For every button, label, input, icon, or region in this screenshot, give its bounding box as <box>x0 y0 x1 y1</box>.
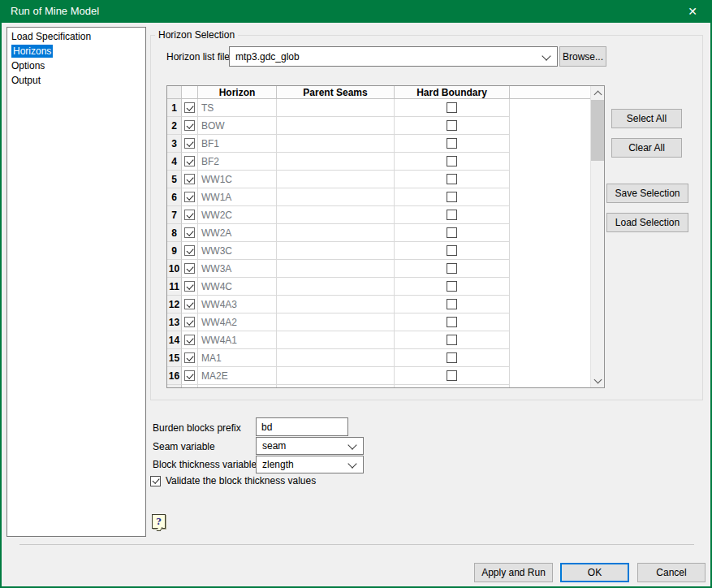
parent-seams-cell[interactable] <box>277 296 395 313</box>
sidebar-item-horizons[interactable]: Horizons <box>7 44 145 58</box>
hard-boundary-cell[interactable] <box>395 349 510 367</box>
row-select-checkbox[interactable] <box>184 245 195 256</box>
row-select-cell[interactable] <box>182 331 198 349</box>
hard-boundary-checkbox[interactable] <box>447 263 457 274</box>
hard-boundary-cell[interactable] <box>395 99 510 117</box>
parent-seams-cell[interactable] <box>277 349 395 367</box>
horizon-cell[interactable]: WW4A1 <box>198 331 277 349</box>
row-select-checkbox[interactable] <box>184 281 195 292</box>
hard-boundary-cell[interactable] <box>395 313 510 331</box>
row-select-cell[interactable] <box>182 367 198 385</box>
scrollbar-thumb[interactable] <box>591 100 604 161</box>
chevron-down-icon[interactable] <box>347 440 356 449</box>
horizon-cell[interactable]: BF2 <box>198 153 277 171</box>
row-select-cell[interactable] <box>182 224 198 242</box>
hard-boundary-checkbox[interactable] <box>447 352 457 363</box>
parent-seams-cell[interactable] <box>277 367 395 385</box>
horizon-cell[interactable]: BOW <box>198 117 277 135</box>
row-select-checkbox[interactable] <box>184 138 195 149</box>
row-select-checkbox[interactable] <box>184 210 195 220</box>
row-select-cell[interactable] <box>182 188 198 206</box>
parent-seams-cell[interactable] <box>277 153 395 171</box>
hard-boundary-cell[interactable] <box>395 117 510 135</box>
hard-boundary-checkbox[interactable] <box>447 299 457 309</box>
titlebar[interactable]: Run of Mine Model <box>0 0 712 23</box>
sidebar-item-load-specification[interactable]: Load Specification <box>7 29 145 44</box>
row-select-cell[interactable] <box>182 99 198 117</box>
hard-boundary-checkbox[interactable] <box>447 174 457 184</box>
row-select-checkbox[interactable] <box>184 227 195 238</box>
hard-boundary-checkbox[interactable] <box>447 156 457 166</box>
ok-button[interactable]: OK <box>560 563 629 582</box>
row-select-cell[interactable] <box>182 296 198 313</box>
hard-boundary-cell[interactable] <box>395 188 510 206</box>
row-select-checkbox[interactable] <box>184 120 195 131</box>
hard-boundary-checkbox[interactable] <box>447 120 457 131</box>
select-all-button[interactable]: Select All <box>611 109 682 128</box>
hard-boundary-checkbox[interactable] <box>447 281 457 292</box>
row-select-cell[interactable] <box>182 153 198 171</box>
horizon-cell[interactable]: BF1 <box>198 135 277 153</box>
row-select-cell[interactable] <box>182 278 198 296</box>
row-select-cell[interactable] <box>182 260 198 278</box>
row-select-checkbox[interactable] <box>184 192 195 202</box>
horizon-cell[interactable]: WW4A2 <box>198 313 277 331</box>
row-select-cell[interactable] <box>182 349 198 367</box>
row-select-checkbox[interactable] <box>184 174 195 184</box>
hard-boundary-cell[interactable] <box>395 206 510 224</box>
row-select-checkbox[interactable] <box>184 370 195 381</box>
row-select-checkbox[interactable] <box>184 156 195 166</box>
chevron-down-icon[interactable] <box>347 459 356 468</box>
horizon-cell[interactable]: WW3C <box>198 242 277 260</box>
parent-seams-cell[interactable] <box>277 188 395 206</box>
parent-seams-cell[interactable] <box>277 224 395 242</box>
row-select-checkbox[interactable] <box>184 352 195 363</box>
horizon-cell[interactable]: WW2C <box>198 206 277 224</box>
hard-boundary-checkbox[interactable] <box>447 102 457 113</box>
seam-variable-combo[interactable]: seam <box>256 437 364 455</box>
hard-boundary-cell[interactable] <box>395 171 510 188</box>
hard-boundary-checkbox[interactable] <box>447 245 457 256</box>
row-select-cell[interactable] <box>182 206 198 224</box>
parent-seams-cell[interactable] <box>277 117 395 135</box>
row-select-cell[interactable] <box>182 171 198 188</box>
sidebar-list[interactable]: Load SpecificationHorizonsOptionsOutput <box>6 27 146 537</box>
browse-button[interactable]: Browse... <box>559 46 606 67</box>
scrollbar-down-icon[interactable] <box>591 374 604 387</box>
horizon-list-file-combo[interactable]: mtp3.gdc_glob <box>229 46 558 67</box>
hard-boundary-cell[interactable] <box>395 242 510 260</box>
horizon-cell[interactable]: MA1 <box>198 349 277 367</box>
row-select-checkbox[interactable] <box>184 299 195 309</box>
hard-boundary-checkbox[interactable] <box>447 317 457 327</box>
help-button[interactable]: ? <box>152 514 166 529</box>
row-select-cell[interactable] <box>182 135 198 153</box>
close-button[interactable]: ✕ <box>675 0 710 23</box>
hard-boundary-checkbox[interactable] <box>447 210 457 220</box>
parent-seams-cell[interactable] <box>277 278 395 296</box>
row-select-checkbox[interactable] <box>184 317 195 327</box>
parent-seams-cell[interactable] <box>277 99 395 117</box>
row-select-checkbox[interactable] <box>184 335 195 345</box>
hard-boundary-checkbox[interactable] <box>447 138 457 149</box>
horizon-cell[interactable]: WW4A3 <box>198 296 277 313</box>
hard-boundary-checkbox[interactable] <box>447 192 457 202</box>
horizon-cell[interactable]: WW1C <box>198 171 277 188</box>
horizon-cell[interactable]: MA2E <box>198 367 277 385</box>
apply-and-run-button[interactable]: Apply and Run <box>474 563 553 582</box>
parent-seams-cell[interactable] <box>277 171 395 188</box>
sidebar-item-output[interactable]: Output <box>7 73 145 88</box>
horizon-cell[interactable]: WW3A <box>198 260 277 278</box>
parent-seams-cell[interactable] <box>277 331 395 349</box>
parent-seams-cell[interactable] <box>277 260 395 278</box>
clear-all-button[interactable]: Clear All <box>611 138 682 158</box>
row-select-cell[interactable] <box>182 313 198 331</box>
hard-boundary-checkbox[interactable] <box>447 370 457 381</box>
horizon-cell[interactable]: WW2A <box>198 224 277 242</box>
load-selection-button[interactable]: Load Selection <box>606 213 688 232</box>
parent-seams-cell[interactable] <box>277 313 395 331</box>
hard-boundary-cell[interactable] <box>395 153 510 171</box>
horizon-cell[interactable]: WW4C <box>198 278 277 296</box>
hard-boundary-checkbox[interactable] <box>447 227 457 238</box>
hard-boundary-checkbox[interactable] <box>447 335 457 345</box>
row-select-cell[interactable] <box>182 117 198 135</box>
